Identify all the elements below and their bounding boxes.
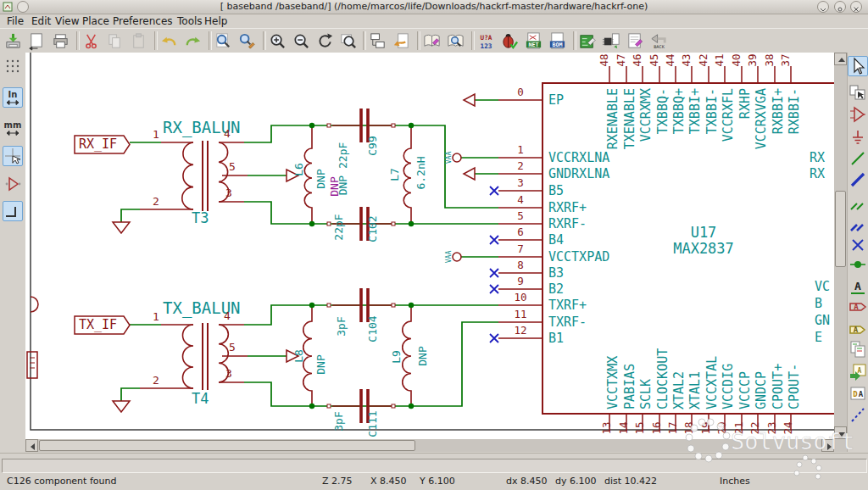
scroll-right-button[interactable] xyxy=(821,439,834,452)
zoom-fit-button[interactable] xyxy=(339,31,359,51)
vertical-scroll-thumb[interactable] xyxy=(835,191,846,267)
eeschema-window: [ baseband /baseband/] (/home/marcos/lif… xyxy=(0,0,868,490)
c111-ref: C111 xyxy=(366,410,379,437)
svg-text:19: 19 xyxy=(699,421,712,434)
net-label-button[interactable]: A xyxy=(848,277,868,298)
place-wire-button[interactable] xyxy=(848,148,868,169)
place-power-button[interactable] xyxy=(848,127,868,148)
svg-text:GN: GN xyxy=(815,313,830,328)
place-bus-button[interactable] xyxy=(848,170,868,190)
menu-help[interactable]: Help xyxy=(204,15,227,27)
edit-fields-button[interactable] xyxy=(626,31,645,51)
status-field xyxy=(2,459,867,473)
library-browser-button[interactable] xyxy=(446,31,465,51)
svg-text:CPOUT-: CPOUT- xyxy=(787,364,802,409)
annotate-text-top: U?A xyxy=(481,34,492,42)
library-editor-button[interactable] xyxy=(422,31,442,51)
svg-text:6: 6 xyxy=(517,226,524,238)
pin-number: 4 xyxy=(224,309,231,322)
svg-text:37: 37 xyxy=(779,53,792,66)
menu-file[interactable]: File xyxy=(7,15,24,27)
close-button[interactable] xyxy=(850,1,862,13)
place-sheet-pin-button[interactable]: DA xyxy=(848,384,868,404)
pin-number: 2 xyxy=(153,374,159,387)
scroll-down-button[interactable] xyxy=(834,426,847,439)
print-button[interactable] xyxy=(51,31,70,51)
svg-text:14: 14 xyxy=(617,421,630,434)
maximize-button[interactable] xyxy=(834,1,846,13)
svg-text:XTAL2: XTAL2 xyxy=(671,371,687,409)
pin-number: 4 xyxy=(224,127,231,140)
hierarchy-navigator-button[interactable] xyxy=(368,31,387,51)
hierarchical-label-button[interactable]: A xyxy=(848,320,868,340)
units-inch-button[interactable]: In xyxy=(3,87,23,108)
global-label-button[interactable]: A xyxy=(848,297,868,317)
erc-button[interactable] xyxy=(500,31,520,51)
cursor-shape-button[interactable] xyxy=(3,146,23,166)
svg-text:10: 10 xyxy=(514,291,526,303)
grid-toggle-icon[interactable] xyxy=(3,56,23,76)
place-junction-button[interactable] xyxy=(848,254,868,275)
wire-to-bus-entry-button[interactable] xyxy=(848,192,868,213)
vertical-scrollbar[interactable] xyxy=(834,53,847,452)
zoom-in-button[interactable] xyxy=(268,31,287,51)
pin-number: 1 xyxy=(153,310,159,323)
schematic-canvas[interactable]: RX_BALUN RX_IF T3 1 2 4 5 3 L6 DNP DNP 2… xyxy=(25,53,834,439)
horizontal-scroll-thumb[interactable] xyxy=(39,440,415,451)
redraw-button[interactable] xyxy=(315,31,335,51)
bus-to-bus-entry-button[interactable] xyxy=(848,214,868,234)
find-replace-button[interactable] xyxy=(237,31,257,51)
cvpcb-button[interactable] xyxy=(602,31,621,51)
paste-button[interactable] xyxy=(129,31,148,51)
vaa-label: VAA xyxy=(445,152,453,164)
back-import-button[interactable]: BACK xyxy=(649,31,669,51)
hidden-pins-button[interactable] xyxy=(3,174,23,194)
svg-text:20: 20 xyxy=(715,421,728,434)
page-settings-button[interactable] xyxy=(27,31,47,51)
scroll-up-button[interactable] xyxy=(834,53,847,65)
find-button[interactable] xyxy=(214,31,233,51)
tx-if-global-label[interactable]: TX_IF xyxy=(79,317,117,332)
bom-button[interactable]: BOM xyxy=(548,31,567,51)
svg-text:47: 47 xyxy=(615,53,627,66)
title-bar[interactable]: [ baseband /baseband/] (/home/marcos/lif… xyxy=(0,0,868,14)
menu-tools[interactable]: Tools xyxy=(177,15,203,27)
redo-button[interactable] xyxy=(183,31,203,51)
svg-text:VCCCP: VCCCP xyxy=(737,371,753,409)
u17-bottom-pin-numbers: 13 14 15 16 17 18 19 20 21 22 23 24 xyxy=(600,421,794,434)
scroll-left-button[interactable] xyxy=(25,439,38,452)
menu-edit[interactable]: Edit xyxy=(31,15,51,27)
undo-button[interactable] xyxy=(159,31,179,51)
hierarchy-navigate-button[interactable] xyxy=(848,82,868,103)
copy-button[interactable] xyxy=(105,31,125,51)
shade-button[interactable] xyxy=(817,1,829,13)
cursor-tool-button[interactable] xyxy=(848,56,868,76)
graphic-line-button[interactable] xyxy=(848,404,868,425)
no-connect-button[interactable] xyxy=(848,235,868,255)
annotate-text-bottom: 123 xyxy=(481,42,492,50)
menu-view[interactable]: View xyxy=(55,15,79,27)
leave-sheet-button[interactable] xyxy=(392,31,411,51)
netlist-button[interactable]: NET xyxy=(524,31,543,51)
run-pcbnew-button[interactable] xyxy=(578,31,598,51)
zoom-out-button[interactable] xyxy=(292,31,311,51)
save-button[interactable] xyxy=(3,31,23,51)
rx-if-global-label[interactable]: RX_IF xyxy=(79,136,117,152)
horizontal-scrollbar[interactable] xyxy=(25,439,834,452)
import-sheet-pin-button[interactable] xyxy=(848,339,868,359)
place-sheet-button[interactable]: A xyxy=(848,362,868,382)
place-component-button[interactable] xyxy=(848,104,868,125)
units-mm-button[interactable]: mm xyxy=(3,118,23,138)
svg-text:TXRF+: TXRF+ xyxy=(548,298,587,313)
cut-button[interactable] xyxy=(81,31,101,51)
no-connect-marks xyxy=(490,187,498,342)
annotate-button[interactable]: U?A123 xyxy=(476,31,496,51)
menu-place[interactable]: Place xyxy=(82,15,109,27)
menu-preferences[interactable]: Preferences xyxy=(113,15,173,27)
status-dx: dx 8.450 xyxy=(506,476,547,487)
clipped-component-fragment xyxy=(31,297,38,312)
hv-orientation-button[interactable] xyxy=(3,201,23,221)
svg-text:18: 18 xyxy=(682,421,695,434)
clipped-component-fragment xyxy=(27,352,37,378)
svg-text:B: B xyxy=(815,296,822,311)
